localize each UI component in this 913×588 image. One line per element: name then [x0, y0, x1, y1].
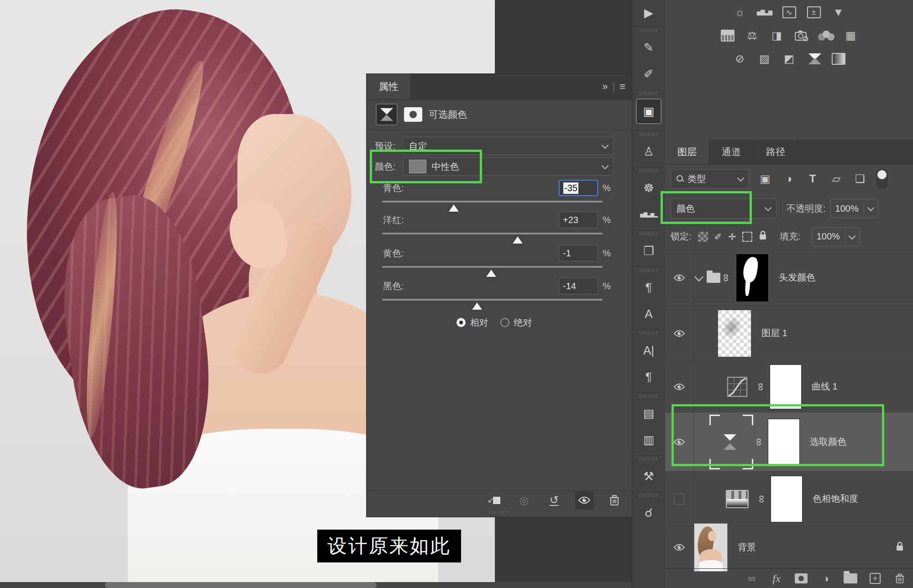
new-adjustment-layer-icon[interactable]: ◑ [819, 572, 833, 585]
filter-smart-objects-icon[interactable]: ❏ [852, 172, 868, 185]
black-white-icon[interactable]: ◨ [768, 28, 786, 43]
clip-to-layer-icon[interactable]: ↙ [485, 491, 503, 510]
cyan-value-field[interactable]: -35 [559, 180, 598, 196]
preset-dropdown[interactable]: 自定 [403, 137, 614, 155]
annotations-panel-icon[interactable]: ▥ [632, 428, 665, 452]
filter-toggle-switch[interactable] [876, 169, 888, 189]
selective-color-icon[interactable] [376, 104, 398, 125]
visibility-eye-icon[interactable] [673, 329, 685, 338]
layer-mask-icon[interactable] [404, 107, 422, 122]
layer-style-fx-icon[interactable]: fx [770, 572, 783, 585]
group-mask-thumbnail[interactable] [736, 254, 769, 302]
yellow-value-field[interactable]: -1 [559, 245, 598, 261]
tool-presets-panel-icon[interactable]: ⚒ [632, 464, 665, 488]
color-lookup-icon[interactable]: ▦ [842, 28, 860, 43]
link-layers-icon[interactable]: ∞ [745, 572, 759, 585]
tab-layers[interactable]: 图层 [665, 140, 709, 164]
cyan-slider-track[interactable] [382, 201, 603, 203]
histogram-panel-icon[interactable]: ▅▇▃▆▂ [632, 203, 665, 226]
panel-resize-grip[interactable] [489, 511, 510, 514]
layer-row-hue-saturation[interactable]: ∞ 色相饱和度 [665, 472, 913, 526]
layer-name[interactable]: 选取颜色 [810, 436, 846, 448]
mask-link-icon[interactable]: ∞ [755, 381, 767, 393]
filter-adjustment-layers-icon[interactable]: ◑ [781, 172, 797, 185]
layer-thumbnail-transparent[interactable] [718, 310, 751, 357]
dock-grip[interactable] [640, 29, 658, 32]
magenta-slider-track[interactable] [382, 233, 603, 234]
toggle-visibility-eye-icon[interactable] [575, 491, 593, 510]
paragraph-panel-icon[interactable]: ¶ [632, 365, 665, 389]
tab-properties[interactable]: 属性 [367, 74, 410, 99]
selective-color-layer-icon[interactable] [719, 430, 743, 454]
visibility-eye-icon[interactable] [673, 274, 685, 282]
character-styles-panel-icon[interactable]: A [632, 302, 665, 326]
invert-icon[interactable]: ⊘ [731, 51, 749, 67]
layer-mask-thumbnail[interactable] [768, 419, 800, 465]
mask-link-icon[interactable]: ∞ [756, 493, 768, 505]
filter-type-layers-icon[interactable]: T [805, 172, 820, 185]
curves-icon[interactable]: ∿ [781, 5, 798, 20]
tab-channels[interactable]: 通道 [709, 140, 754, 164]
dock-grip[interactable] [640, 395, 658, 398]
dock-grip[interactable] [640, 133, 658, 136]
channel-mixer-icon[interactable] [818, 28, 835, 43]
yellow-slider-thumb[interactable] [486, 270, 496, 277]
hue-saturation-adjustment-icon[interactable] [726, 490, 749, 508]
background-layer-thumbnail[interactable] [694, 523, 728, 572]
brushes-panel-icon[interactable]: ✐ [632, 62, 665, 86]
navigator-panel-icon[interactable]: ☸ [632, 176, 665, 200]
visibility-checkbox-empty[interactable] [674, 494, 685, 505]
levels-icon[interactable]: ▅▇▃▆ [756, 5, 773, 20]
blend-mode-dropdown[interactable]: 颜色 [671, 198, 777, 219]
visibility-eye-icon[interactable] [673, 383, 685, 391]
dock-grip[interactable] [640, 92, 658, 95]
dock-grip[interactable] [640, 169, 658, 172]
cyan-slider-thumb[interactable] [449, 204, 459, 212]
mask-link-icon[interactable]: ∞ [720, 272, 733, 284]
filter-kind-dropdown[interactable]: 类型 [671, 169, 749, 188]
lock-artboard-icon[interactable] [742, 232, 752, 242]
relative-radio[interactable]: 相对 [456, 317, 488, 329]
new-layer-icon[interactable]: + [868, 573, 882, 584]
share-panel-icon[interactable]: ☌ [632, 501, 665, 525]
brush-settings-panel-icon[interactable]: ✎ [632, 36, 665, 59]
color-balance-icon[interactable]: ⚖ [744, 28, 761, 43]
dock-grip[interactable] [640, 458, 658, 461]
layer-name[interactable]: 曲线 1 [812, 380, 838, 393]
lock-all-icon[interactable] [759, 230, 767, 243]
lock-transparency-icon[interactable] [698, 232, 708, 242]
layer-name[interactable]: 背景 [738, 541, 756, 553]
magenta-value-field[interactable]: +23 [559, 212, 598, 228]
reset-adjustment-icon[interactable]: ↺ [545, 491, 563, 510]
lock-position-move-icon[interactable]: ✛ [728, 231, 736, 242]
selective-color-adjustment-icon[interactable] [805, 51, 823, 67]
layer-name[interactable]: 图层 1 [761, 327, 787, 339]
filter-shape-layers-icon[interactable]: ▱ [829, 172, 844, 185]
magenta-slider-thumb[interactable] [513, 236, 523, 244]
dock-grip[interactable] [640, 332, 658, 335]
mask-link-icon[interactable]: ∞ [753, 436, 766, 448]
dock-grip[interactable] [640, 232, 658, 235]
exposure-icon[interactable]: ± [805, 5, 823, 20]
libraries-panel-icon[interactable]: ❐ [632, 239, 665, 263]
posterize-icon[interactable]: ▨ [756, 51, 773, 67]
photo-filter-icon[interactable] [793, 28, 810, 43]
dock-grip[interactable] [640, 269, 658, 272]
black-slider-thumb[interactable] [472, 302, 482, 310]
absolute-radio[interactable]: 绝对 [500, 317, 532, 329]
clone-source-panel-icon[interactable]: ♙ [632, 140, 665, 163]
curves-adjustment-icon[interactable] [727, 376, 748, 397]
horizontal-scrollbar-thumb[interactable] [105, 582, 377, 588]
collapse-panel-icon[interactable]: » [602, 81, 608, 93]
filter-pixel-layers-icon[interactable]: ▣ [757, 172, 773, 185]
layer-mask-thumbnail[interactable] [771, 476, 803, 522]
notes-panel-icon[interactable]: ▤ [632, 401, 665, 425]
layer-row-hair-color-group[interactable]: ∞ 头发颜色 [665, 250, 913, 306]
tab-paths[interactable]: 路径 [754, 140, 798, 164]
delete-layer-trash-icon[interactable] [893, 573, 907, 584]
panel-menu-icon[interactable]: ≡ [619, 81, 625, 93]
brightness-contrast-icon[interactable]: ☼ [731, 5, 749, 20]
group-expand-chevron-icon[interactable] [694, 272, 703, 281]
delete-adjustment-trash-icon[interactable] [605, 491, 624, 510]
visibility-eye-icon[interactable] [673, 438, 685, 446]
